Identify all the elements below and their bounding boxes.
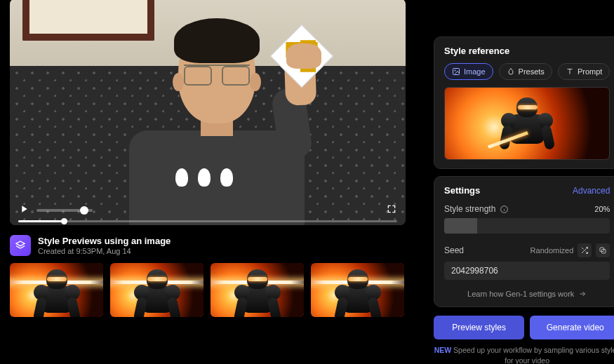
sidebar: Style reference Image Presets Prompt [406, 36, 614, 364]
arrow-right-icon [578, 290, 587, 298]
copy-button[interactable] [596, 243, 610, 257]
style-strength-slider[interactable] [444, 218, 610, 234]
tab-label: Image [464, 67, 486, 76]
fullscreen-icon[interactable] [386, 203, 397, 217]
video-frame [10, 0, 406, 225]
copy-icon [599, 246, 607, 255]
video-player[interactable] [10, 0, 406, 225]
generate-video-button[interactable]: Generate video [530, 316, 614, 339]
style-reference-title: Style reference [444, 46, 610, 56]
image-icon [452, 67, 460, 76]
layers-icon [10, 235, 31, 256]
style-reference-tabs: Image Presets Prompt [444, 63, 610, 80]
style-strength-label: Style strength [444, 204, 495, 214]
preview-thumbnail[interactable] [110, 263, 203, 317]
shuffle-icon [580, 246, 589, 255]
play-icon[interactable] [18, 203, 29, 217]
tab-prompt[interactable]: Prompt [558, 63, 610, 80]
previews-header: Style Previews using an image Created at… [10, 235, 406, 256]
footer-note: NEW Speed up your workflow by sampling v… [434, 345, 614, 364]
preview-thumbnail[interactable] [10, 263, 103, 317]
main-content: Style Previews using an image Created at… [0, 0, 406, 364]
tab-label: Presets [519, 67, 545, 76]
style-reference-panel: Style reference Image Presets Prompt [434, 36, 614, 169]
footer-text: Speed up your workflow by sampling vario… [453, 346, 614, 364]
preview-thumbnail[interactable] [311, 263, 404, 317]
seed-mode: Randomized [530, 246, 574, 255]
previews-subtitle: Created at 9:53PM, Aug 14 [38, 247, 171, 255]
preview-styles-button[interactable]: Preview styles [434, 316, 524, 339]
volume-slider[interactable] [36, 209, 93, 212]
learn-link-text: Learn how Gen-1 settings work [467, 290, 574, 298]
action-buttons: Preview styles Generate video [434, 316, 614, 339]
preview-thumbnails [10, 263, 406, 317]
svg-rect-0 [453, 69, 460, 75]
reference-image[interactable] [444, 87, 610, 160]
droplet-icon [507, 67, 515, 76]
style-strength-row: Style strength 20% [444, 204, 610, 214]
shuffle-button[interactable] [578, 243, 592, 257]
style-strength-value: 20% [594, 205, 610, 213]
text-icon [566, 67, 574, 76]
seed-input[interactable]: 2042998706 [444, 262, 610, 280]
video-controls [18, 203, 397, 217]
seed-label: Seed [444, 245, 464, 255]
new-badge: NEW [434, 346, 452, 354]
settings-panel: Settings Advanced Style strength 20% See… [434, 176, 614, 307]
preview-thumbnail[interactable] [211, 263, 304, 317]
advanced-link[interactable]: Advanced [573, 186, 610, 196]
settings-title: Settings [444, 185, 480, 196]
tab-label: Prompt [578, 67, 602, 76]
video-progress[interactable] [18, 220, 397, 222]
info-icon[interactable] [500, 205, 509, 214]
learn-settings-link[interactable]: Learn how Gen-1 settings work [444, 290, 610, 298]
tab-presets[interactable]: Presets [499, 63, 552, 80]
seed-value: 2042998706 [451, 266, 498, 276]
svg-point-1 [455, 70, 456, 72]
tab-image[interactable]: Image [444, 63, 493, 80]
previews-title: Style Previews using an image [38, 236, 171, 246]
